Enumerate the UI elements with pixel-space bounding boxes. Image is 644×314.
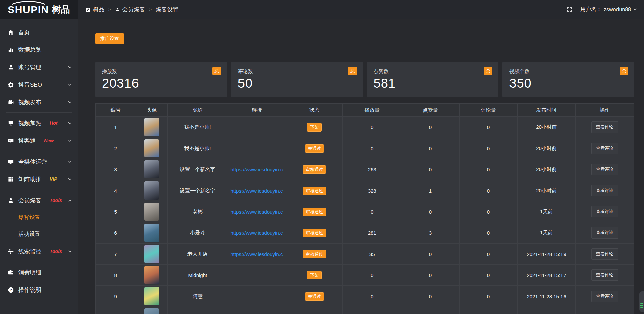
cell-status: 未通过 bbox=[286, 286, 343, 307]
topbar-right: 用户名：zswodun88 bbox=[567, 6, 644, 13]
sidebar-item-1[interactable]: 数据总览 bbox=[0, 41, 78, 58]
view-comments-button[interactable]: 查看评论 bbox=[591, 206, 618, 217]
cell-plays: 263 bbox=[343, 159, 401, 180]
cell-status: 下架 bbox=[286, 265, 343, 286]
cell-nickname: 我不是小帅! bbox=[168, 138, 227, 159]
sidebar-item-2[interactable]: 账号管理 bbox=[0, 58, 78, 76]
cell-status bbox=[286, 307, 343, 314]
cell-likes: 0 bbox=[401, 201, 460, 222]
avatar bbox=[144, 308, 159, 314]
sidebar-item-4[interactable]: 视频发布 bbox=[0, 93, 78, 111]
view-comments-button[interactable]: 查看评论 bbox=[591, 143, 618, 154]
stat-card-value: 50 bbox=[238, 76, 356, 91]
username-value: zswodun88 bbox=[604, 7, 631, 13]
view-comments-button[interactable]: 查看评论 bbox=[591, 185, 618, 196]
sidebar-item-0[interactable]: 首页 bbox=[0, 23, 78, 41]
chat-icon bbox=[8, 138, 14, 144]
cell-action bbox=[575, 307, 634, 314]
cell-id: 7 bbox=[96, 244, 136, 265]
video-link[interactable]: https://www.iesdouyin.c bbox=[229, 167, 284, 172]
cell-link bbox=[227, 117, 286, 138]
column-header-9: 操作 bbox=[575, 104, 634, 117]
video-link[interactable]: https://www.iesdouyin.c bbox=[229, 230, 284, 236]
stat-card-3: 视频个数350总 bbox=[502, 62, 634, 97]
sidebar-item-5[interactable]: 视频加热Hot bbox=[0, 114, 78, 132]
stat-card-label: 视频个数 bbox=[509, 68, 628, 75]
sidebar-item-6[interactable]: 抖客通New bbox=[0, 132, 78, 149]
sidebar-item-10[interactable]: 线索监控Tools bbox=[0, 243, 78, 260]
sidebar-item-tag: Tools bbox=[50, 249, 62, 254]
cell-comments bbox=[459, 307, 517, 314]
cell-action: 查看评论 bbox=[575, 201, 634, 222]
status-badge: 审核通过 bbox=[303, 229, 326, 237]
view-comments-button[interactable]: 查看评论 bbox=[591, 227, 618, 239]
column-header-2: 昵称 bbox=[168, 104, 227, 117]
avatar bbox=[144, 160, 159, 178]
cell-id: 9 bbox=[96, 286, 136, 307]
cell-comments: 0 bbox=[459, 138, 517, 159]
status-badge: 下架 bbox=[307, 271, 322, 279]
cell-link bbox=[227, 265, 286, 286]
avatar bbox=[144, 139, 159, 157]
breadcrumb-label: 爆客设置 bbox=[156, 6, 178, 13]
table-row: 3设置一个新名字https://www.iesdouyin.c审核通过26300… bbox=[96, 159, 634, 180]
sidebar-item-label: 首页 bbox=[18, 29, 30, 36]
sidebar-item-12[interactable]: ?操作说明 bbox=[0, 281, 78, 299]
total-badge: 总 bbox=[620, 67, 628, 75]
breadcrumb-item-2[interactable]: 爆客设置 bbox=[156, 6, 178, 13]
help-icon: ? bbox=[8, 287, 14, 293]
breadcrumb-separator: > bbox=[149, 7, 152, 12]
view-comments-button[interactable]: 查看评论 bbox=[591, 291, 618, 302]
user-icon bbox=[115, 7, 120, 12]
sidebar-item-7[interactable]: 全媒体运营 bbox=[0, 153, 78, 170]
total-badge: 总 bbox=[348, 67, 357, 75]
cell-link bbox=[227, 307, 286, 314]
view-comments-button[interactable]: 查看评论 bbox=[591, 121, 618, 133]
cell-status: 审核通过 bbox=[286, 159, 343, 180]
sidebar-item-9[interactable]: 会员爆客Tools bbox=[0, 192, 78, 209]
column-header-3: 链接 bbox=[227, 104, 286, 117]
stats-cards: 播放数20316总评论数50总点赞数581总视频个数350总 bbox=[95, 62, 634, 97]
sidebar-item-3[interactable]: 抖音SEO bbox=[0, 76, 78, 93]
table-row: 1我不是小帅!下架00020小时前查看评论 bbox=[96, 117, 634, 138]
sidebar-subitem-9-0[interactable]: 爆客设置 bbox=[0, 209, 78, 226]
sidebar-item-tag: New bbox=[44, 138, 54, 143]
chevron-down-icon bbox=[633, 7, 637, 12]
cell-comments: 0 bbox=[459, 244, 517, 265]
avatar bbox=[144, 245, 159, 263]
sidebar-subitem-9-1[interactable]: 活动设置 bbox=[0, 226, 78, 243]
fullscreen-icon[interactable] bbox=[567, 7, 572, 12]
column-header-5: 播放量 bbox=[343, 104, 401, 117]
chevron-down-icon bbox=[67, 120, 73, 126]
view-comments-button[interactable]: 查看评论 bbox=[591, 269, 618, 281]
chevron-down-icon bbox=[67, 99, 73, 105]
view-comments-button[interactable]: 查看评论 bbox=[591, 248, 618, 260]
user-menu[interactable]: 用户名：zswodun88 bbox=[580, 6, 637, 13]
sidebar-item-label: 线索监控 bbox=[18, 248, 41, 255]
breadcrumb-item-1[interactable]: 会员爆客 bbox=[115, 6, 145, 13]
logo-arc bbox=[9, 1, 48, 14]
view-comments-button[interactable]: 查看评论 bbox=[591, 164, 618, 175]
status-badge: 审核通过 bbox=[303, 208, 326, 216]
cell-action: 查看评论 bbox=[575, 244, 634, 265]
cell-plays bbox=[343, 307, 401, 314]
sidebar-item-8[interactable]: 矩阵助推VIP bbox=[0, 170, 78, 188]
cell-time: 20小时前 bbox=[518, 138, 576, 159]
sidebar-item-11[interactable]: 消费明细 bbox=[0, 264, 78, 281]
cell-nickname: 老彬 bbox=[168, 201, 227, 222]
sidebar-item-label: 视频加热 bbox=[18, 119, 41, 127]
video-link[interactable]: https://www.iesdouyin.c bbox=[229, 209, 284, 215]
video-link[interactable]: https://www.iesdouyin.c bbox=[229, 251, 284, 257]
promo-settings-button[interactable]: 推广设置 bbox=[95, 33, 124, 44]
stat-card-2: 点赞数581总 bbox=[367, 62, 499, 97]
status-badge: 审核通过 bbox=[303, 250, 326, 258]
sidebar-item-label: 操作说明 bbox=[18, 286, 41, 294]
cell-status: 未通过 bbox=[286, 138, 343, 159]
cell-action: 查看评论 bbox=[575, 138, 634, 159]
breadcrumb-item-0[interactable]: 树品 bbox=[85, 6, 104, 13]
sidebar-item-label: 会员爆客 bbox=[18, 197, 41, 204]
total-badge: 总 bbox=[212, 67, 221, 75]
floating-widget[interactable] bbox=[639, 291, 644, 312]
video-link[interactable]: https://www.iesdouyin.c bbox=[229, 188, 284, 194]
cell-avatar bbox=[136, 265, 168, 286]
